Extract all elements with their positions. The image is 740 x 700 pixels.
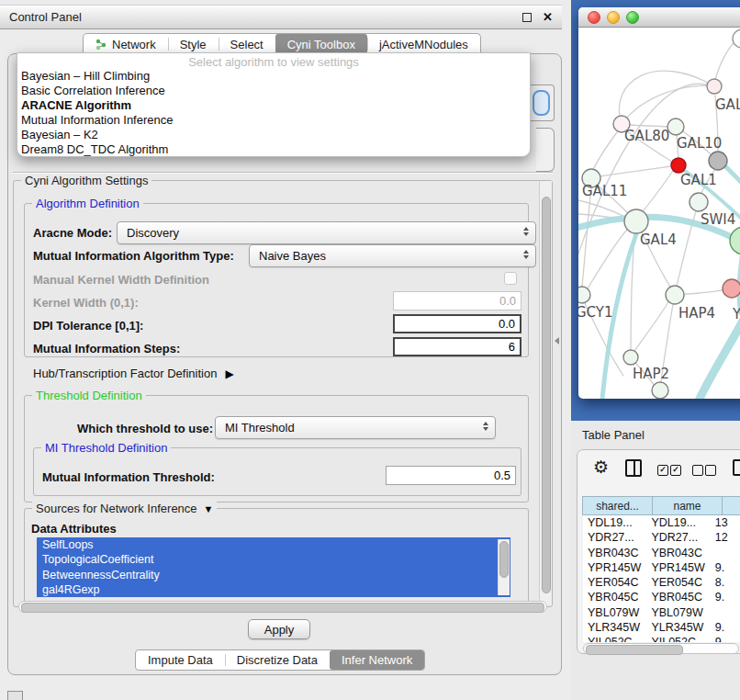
network-edge	[643, 171, 673, 211]
settings-scrollbar-thumb[interactable]	[542, 197, 551, 593]
network-edge	[630, 125, 667, 127]
tab-style[interactable]: Style	[168, 34, 219, 54]
mi-threshold-field[interactable]	[386, 466, 516, 485]
node-salmon-node[interactable]	[723, 279, 740, 298]
attribute-item[interactable]: gal4RGexp	[37, 582, 510, 597]
node-label-gal80: GAL80	[624, 128, 669, 144]
gear-icon[interactable]: ⚙	[593, 458, 609, 477]
table-hscrollbar-thumb[interactable]	[586, 645, 683, 655]
close-traffic-light-icon[interactable]	[588, 11, 600, 24]
node-gal10[interactable]	[667, 119, 684, 135]
document-icon[interactable]	[733, 459, 740, 476]
node-hap4[interactable]	[666, 286, 684, 304]
network-edge	[619, 71, 714, 124]
network-edge-highlight	[699, 316, 740, 399]
tab-select-label: Select	[230, 38, 263, 51]
tab-discretize-data-label: Discretize Data	[237, 653, 318, 667]
minimize-traffic-light-icon[interactable]	[607, 11, 620, 24]
data-attributes-list[interactable]: SelfLoops TopologicalCoefficient Between…	[37, 537, 510, 597]
node-swi4[interactable]	[690, 193, 708, 211]
table-row[interactable]: YBR045CYBR045C9.	[583, 590, 740, 604]
column-header-clipped[interactable]	[722, 496, 740, 515]
attribute-item[interactable]: TopologicalCoefficient	[37, 552, 510, 567]
network-window-titlebar[interactable]	[578, 7, 740, 28]
node-gal4[interactable]	[624, 209, 648, 233]
table-row[interactable]: YDR27...YDR27...12	[583, 530, 740, 545]
tab-style-label: Style	[180, 38, 207, 51]
table-row[interactable]: YER054CYER054C8.	[583, 575, 740, 590]
algorithm-option[interactable]: Bayesian – K2	[17, 128, 530, 142]
settings-hscrollbar-thumb[interactable]	[21, 603, 544, 613]
deselect-all-icon[interactable]	[692, 465, 716, 476]
attribute-item[interactable]: BetweennessCentrality	[37, 568, 510, 582]
table-row[interactable]: YIL052CYIL052C9.	[583, 635, 740, 642]
float-window-icon[interactable]	[522, 13, 532, 22]
algorithm-definition-title: Algorithm Definition	[32, 197, 143, 210]
table-row[interactable]: YLR345WYLR345W9.	[583, 620, 740, 635]
tab-infer-network[interactable]: Infer Network	[330, 650, 424, 670]
mi-type-label: Mutual Information Algorithm Type:	[33, 249, 234, 263]
zoom-traffic-light-icon[interactable]	[626, 11, 639, 24]
desktop-background: GALGAL80GAL10GAL1GAL11SWI4GAL4GCY1HAP4YH…	[571, 0, 740, 421]
node-top-right[interactable]	[733, 29, 740, 48]
node-gcy1[interactable]	[578, 287, 590, 303]
threshold-definition-title: Threshold Definition	[32, 389, 146, 402]
network-icon	[95, 39, 107, 51]
network-edge	[634, 302, 668, 351]
mi-steps-field[interactable]	[393, 337, 521, 356]
tab-select[interactable]: Select	[219, 34, 275, 54]
tab-impute-data[interactable]: Impute Data	[136, 650, 225, 670]
select-all-icon[interactable]: ✓✓	[657, 465, 681, 476]
settings-hscrollbar[interactable]	[18, 601, 547, 613]
data-attributes-label: Data Attributes	[31, 522, 117, 536]
algorithm-option[interactable]: Bayesian – Hill Climbing	[17, 69, 530, 84]
algorithm-option[interactable]: Mutual Information Inference	[17, 113, 530, 128]
column-header-shared-name[interactable]: shared...	[582, 496, 653, 515]
table-row[interactable]: YDL19...YDL19...13	[583, 515, 740, 530]
node-gal-partial[interactable]	[707, 79, 722, 94]
node-gal1[interactable]	[671, 158, 686, 173]
tab-network[interactable]: Network	[84, 34, 168, 54]
attribute-item[interactable]: SelfLoops	[37, 537, 510, 552]
settings-scrollbar[interactable]	[539, 181, 552, 605]
tab-cyni-toolbox[interactable]: Cyni Toolbox	[275, 34, 367, 54]
splitter-collapse-handle[interactable]	[555, 337, 559, 344]
node-gray-node[interactable]	[709, 152, 727, 170]
node-label-gal1: GAL1	[680, 172, 717, 188]
apply-button[interactable]: Apply	[248, 619, 310, 639]
tab-jactivemnodules[interactable]: jActiveMNodules	[367, 34, 480, 54]
algorithm-popup-placeholder: Select algorithm to view settings	[17, 55, 530, 69]
node-bottom-node[interactable]	[652, 382, 668, 399]
tab-jactivemnodules-label: jActiveMNodules	[379, 38, 468, 51]
table-panel-title: Table Panel	[582, 428, 645, 442]
columns-icon[interactable]	[625, 459, 642, 477]
algorithm-option[interactable]: Basic Correlation Inference	[17, 84, 530, 98]
algorithm-option-selected[interactable]: ARACNE Algorithm	[17, 98, 530, 113]
manual-kernel-checkbox[interactable]	[504, 272, 517, 285]
kernel-width-field[interactable]	[393, 291, 521, 310]
table-hscrollbar[interactable]	[583, 643, 739, 654]
aracne-mode-select[interactable]: Discovery	[117, 221, 536, 244]
dpi-tolerance-field[interactable]	[393, 314, 521, 333]
table-row[interactable]: YBL079WYBL079W	[583, 605, 740, 620]
tab-discretize-data[interactable]: Discretize Data	[225, 650, 330, 670]
table-row[interactable]: YBR043CYBR043C	[583, 546, 740, 560]
table-row[interactable]: YPR145WYPR145W9.	[583, 560, 740, 575]
attributes-scrollbar[interactable]	[498, 539, 510, 595]
node-big-green[interactable]	[730, 227, 740, 254]
node-label-salmon-node: Y	[732, 306, 740, 322]
node-label-gcy1: GCY1	[578, 304, 613, 321]
network-canvas[interactable]: GALGAL80GAL10GAL1GAL11SWI4GAL4GCY1HAP4YH…	[578, 28, 740, 399]
hub-definition-expander[interactable]: Hub/Transcription Factor Definition ▶	[33, 367, 234, 380]
mi-type-select[interactable]: Naive Bayes	[249, 244, 536, 267]
obscured-combo-fragment	[531, 85, 555, 121]
algorithm-option[interactable]: Dream8 DC_TDC Algorithm	[17, 142, 530, 157]
attributes-scrollbar-thumb[interactable]	[499, 541, 509, 578]
column-header-name[interactable]: name	[652, 496, 723, 515]
close-icon[interactable]: ✕	[543, 10, 553, 24]
sources-title-row[interactable]: Sources for Network Inference ▼	[32, 502, 217, 515]
collapsed-panel-handle[interactable]	[7, 691, 23, 700]
node-label-gal10: GAL10	[677, 135, 722, 152]
which-threshold-select[interactable]: MI Threshold	[215, 416, 496, 439]
node-hap2[interactable]	[623, 350, 638, 365]
